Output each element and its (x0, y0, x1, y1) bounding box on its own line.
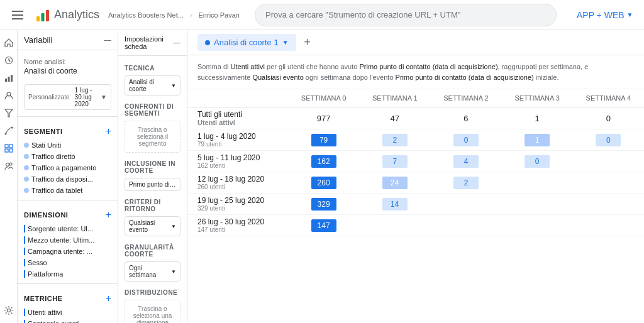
metrics-title: METRICHE (24, 295, 62, 302)
tecnica-section: TECNICA Analisi di coorte ▼ (118, 61, 187, 99)
list-item[interactable]: Conteggio eventi (18, 318, 118, 323)
tab-label: Analisi di coorte 1 (214, 38, 279, 47)
divider-2 (18, 200, 118, 200)
heat-cell: 329 (311, 198, 336, 211)
row1-label-cell: 1 lug - 4 lug 2020 79 utenti (187, 129, 288, 151)
list-item[interactable]: Sorgente utente: Ul... (18, 223, 118, 234)
row1-s3: 1 (502, 129, 573, 151)
nav-icon-audience[interactable] (1, 158, 16, 173)
segments-section-header: SEGMENTI + (18, 121, 118, 140)
row2-s2: 4 (430, 151, 501, 172)
col-header-s1: SETTIMANA 1 (359, 89, 430, 107)
list-item[interactable]: Traffico da disposi... (18, 173, 118, 185)
list-item[interactable]: Piattaforma (18, 268, 118, 280)
inclusione-select[interactable]: Primo punto di contatto (dat (125, 178, 180, 191)
confronti-placeholder: Trascina o seleziona il segmento (137, 126, 168, 147)
total-val-s1: 47 (359, 107, 430, 129)
settings-collapse-button[interactable]: — (173, 38, 180, 47)
row5-s3-empty (502, 215, 573, 236)
list-item[interactable]: Traffico diretto (18, 151, 118, 162)
inclusione-label: INCLUSIONE IN COORTE (125, 160, 180, 174)
logo: Analytics (35, 8, 99, 23)
row4-s2-empty (430, 194, 501, 215)
date-range-label: Personalizzate (28, 94, 70, 101)
variables-panel-content: Nome analisi: Analisi di coorte Personal… (18, 50, 118, 323)
date-range-selector[interactable]: Personalizzate 1 lug - 30 lug 2020 ▼ (24, 84, 111, 110)
segment-name: Traffico diretto (31, 153, 75, 160)
dimensions-list: Sorgente utente: Ul... Mezzo utente: Ult… (18, 223, 118, 280)
svg-rect-5 (46, 10, 49, 21)
svg-rect-2 (12, 18, 23, 19)
tecnica-label: TECNICA (125, 65, 180, 72)
nav-icon-users[interactable] (1, 88, 16, 103)
app-title: Analytics (54, 8, 99, 21)
nav-icon-lifecycle[interactable] (1, 70, 16, 85)
tab-cohort-1[interactable]: Analisi di coorte 1 ▼ (197, 34, 296, 51)
heat-cell: 260 (311, 177, 336, 189)
tecnica-select[interactable]: Analisi di coorte ▼ (125, 75, 180, 96)
table-header-row: SETTIMANA 0 SETTIMANA 1 SETTIMANA 2 SETT… (187, 89, 644, 107)
hamburger-menu[interactable] (5, 3, 30, 28)
chevron-down-icon: ▼ (171, 224, 176, 229)
settings-panel: Impostazioni scheda — TECNICA Analisi di… (118, 30, 187, 323)
svg-marker-11 (5, 109, 13, 117)
svg-point-20 (7, 309, 10, 312)
main-layout: Variabili — Nome analisi: Analisi di coo… (0, 30, 644, 323)
variables-panel-title: Variabili (24, 35, 52, 45)
segments-add-button[interactable]: + (106, 126, 111, 137)
distribuzione-label: DISTRIBUZIONE (125, 289, 180, 296)
search-input[interactable] (255, 4, 557, 26)
nav-icon-realtime[interactable] (1, 53, 16, 68)
svg-rect-17 (9, 149, 13, 152)
row2-s1: 7 (359, 151, 430, 172)
metric-name: Conteggio eventi (28, 320, 80, 323)
list-item[interactable]: Stati Uniti (18, 140, 118, 151)
metrics-add-button[interactable]: + (106, 293, 111, 304)
search-container (255, 4, 557, 26)
list-item[interactable]: Mezzo utente: Ultim... (18, 234, 118, 246)
dimensions-section-header: DIMENSIONI + (18, 204, 118, 223)
row5-s2-empty (430, 215, 501, 236)
app-selector[interactable]: APP + WEB ▼ (572, 8, 638, 23)
row4-sublabel: 329 utenti (197, 205, 278, 212)
heat-cell: 1 (525, 134, 550, 146)
row1-s1: 2 (359, 129, 430, 151)
nav-icon-path[interactable] (1, 123, 16, 138)
analysis-name-section: Nome analisi: Analisi di coorte (18, 55, 118, 78)
dimension-name: Campagna utente: ... (28, 248, 92, 255)
criteri-select[interactable]: Qualsiasi evento ▼ (125, 216, 180, 236)
dimensions-add-button[interactable]: + (106, 209, 111, 221)
table-row: 12 lug - 18 lug 2020 260 utenti 260 24 2 (187, 172, 644, 194)
distribuzione-drag-area[interactable]: Trascina o seleziona una dimensione (125, 300, 180, 323)
table-row: 26 lug - 30 lug 2020 147 utenti 147 (187, 215, 644, 236)
list-item[interactable]: Sesso (18, 257, 118, 268)
nav-icon-cohort[interactable] (1, 141, 16, 156)
col-header-s0: SETTIMANA 0 (288, 89, 359, 107)
row2-label: 5 lug - 11 lug 2020 (197, 153, 278, 162)
nav-icon-home[interactable] (1, 35, 16, 50)
nav-icon-funnel[interactable] (1, 106, 16, 121)
list-item[interactable]: Campagna utente: ... (18, 246, 118, 257)
cohort-table: SETTIMANA 0 SETTIMANA 1 SETTIMANA 2 SETT… (187, 89, 644, 236)
dimension-indicator (24, 259, 25, 266)
inclusione-value: Primo punto di contatto (dat (129, 181, 176, 188)
row3-s3-empty (502, 172, 573, 194)
granularita-label: GRANULARITÀ COORTE (125, 244, 180, 258)
svg-point-19 (9, 163, 12, 165)
heat-cell: 2 (382, 134, 408, 146)
nav-icon-settings[interactable] (1, 303, 16, 318)
granularita-select[interactable]: Ogni settimana ▼ (125, 261, 180, 282)
list-item[interactable]: Utenti attivi (18, 307, 118, 318)
table-row-total: Tutti gli utenti Utenti attivi 977 47 6 … (187, 107, 644, 129)
row3-s2: 2 (430, 172, 501, 194)
svg-rect-14 (5, 145, 8, 148)
list-item[interactable]: Traffico da tablet (18, 185, 118, 196)
heat-cell: 7 (382, 155, 408, 168)
variables-collapse-button[interactable]: — (104, 36, 111, 45)
add-tab-button[interactable]: + (299, 34, 316, 52)
row3-label-cell: 12 lug - 18 lug 2020 260 utenti (187, 172, 288, 194)
settings-panel-content: TECNICA Analisi di coorte ▼ CONFRONTI DI… (118, 56, 187, 323)
confronti-drag-area[interactable]: Trascina o seleziona il segmento (125, 121, 180, 153)
svg-rect-4 (42, 13, 45, 21)
list-item[interactable]: Traffico a pagamento (18, 162, 118, 173)
